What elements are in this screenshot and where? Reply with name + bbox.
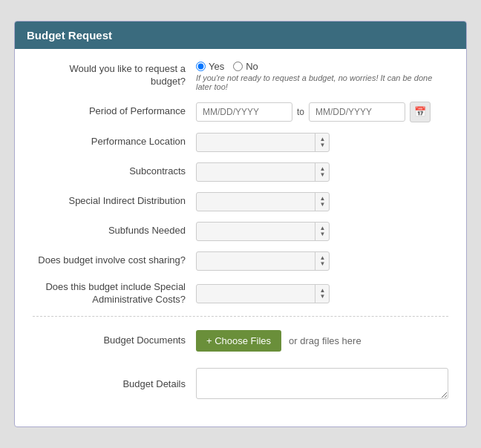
card-title: Budget Request bbox=[27, 29, 112, 42]
no-radio[interactable] bbox=[233, 62, 243, 71]
yes-label: Yes bbox=[209, 61, 224, 72]
subcontracts-select-wrapper: ▲ ▼ bbox=[196, 162, 330, 182]
budget-details-row: Budget Details bbox=[33, 368, 448, 401]
performance-location-row: Performance Location ▲ ▼ bbox=[33, 133, 448, 152]
period-of-performance-control: to 📅 bbox=[196, 102, 448, 122]
subfunds-select[interactable] bbox=[196, 222, 330, 241]
period-of-performance-label: Period of Performance bbox=[33, 105, 196, 118]
special-indirect-select[interactable] bbox=[196, 192, 330, 211]
start-date-input[interactable] bbox=[196, 102, 292, 122]
drag-text: or drag files here bbox=[289, 335, 361, 346]
budget-details-textarea[interactable] bbox=[196, 368, 448, 399]
budget-documents-row: Budget Documents + Choose Files or drag … bbox=[33, 324, 448, 358]
special-indirect-label: Special Indirect Distribution bbox=[33, 195, 196, 208]
date-range: to 📅 bbox=[196, 102, 448, 122]
special-admin-select[interactable] bbox=[196, 284, 330, 303]
end-date-input[interactable] bbox=[309, 102, 405, 122]
cost-sharing-select[interactable] bbox=[196, 251, 330, 271]
yes-radio[interactable] bbox=[196, 62, 206, 71]
special-admin-control: ▲ ▼ bbox=[196, 284, 448, 303]
subfunds-control: ▲ ▼ bbox=[196, 222, 448, 241]
card-body: Would you like to request a budget? Yes … bbox=[15, 49, 466, 427]
performance-location-label: Performance Location bbox=[33, 136, 196, 148]
budget-request-control: Yes No If you're not ready to request a … bbox=[196, 61, 448, 91]
period-of-performance-row: Period of Performance to 📅 bbox=[33, 102, 448, 122]
cost-sharing-label: Does budget involve cost sharing? bbox=[33, 254, 196, 267]
subcontracts-control: ▲ ▼ bbox=[196, 162, 448, 182]
calendar-icon[interactable]: 📅 bbox=[410, 102, 431, 122]
yes-radio-label[interactable]: Yes bbox=[196, 61, 224, 72]
budget-request-card: Budget Request Would you like to request… bbox=[14, 21, 467, 428]
budget-documents-section: Budget Documents + Choose Files or drag … bbox=[33, 316, 448, 358]
budget-details-control bbox=[196, 368, 448, 401]
special-admin-row: Does this budget include Special Adminis… bbox=[33, 281, 448, 306]
cost-sharing-row: Does budget involve cost sharing? ▲ ▼ bbox=[33, 251, 448, 271]
budget-request-radio-group: Yes No bbox=[196, 61, 448, 72]
no-label: No bbox=[246, 61, 258, 72]
budget-documents-control: + Choose Files or drag files here bbox=[196, 324, 448, 358]
budget-documents-label: Budget Documents bbox=[33, 335, 196, 347]
budget-details-label: Budget Details bbox=[33, 378, 196, 391]
special-admin-label: Does this budget include Special Adminis… bbox=[33, 281, 196, 306]
subfunds-select-wrapper: ▲ ▼ bbox=[196, 222, 330, 241]
cost-sharing-select-wrapper: ▲ ▼ bbox=[196, 251, 330, 271]
subfunds-row: Subfunds Needed ▲ ▼ bbox=[33, 222, 448, 241]
subfunds-label: Subfunds Needed bbox=[33, 225, 196, 237]
subcontracts-label: Subcontracts bbox=[33, 165, 196, 178]
special-indirect-control: ▲ ▼ bbox=[196, 192, 448, 211]
budget-request-row: Would you like to request a budget? Yes … bbox=[33, 61, 448, 91]
performance-location-control: ▲ ▼ bbox=[196, 133, 448, 152]
special-indirect-row: Special Indirect Distribution ▲ ▼ bbox=[33, 192, 448, 211]
subcontracts-select[interactable] bbox=[196, 162, 330, 182]
budget-request-label: Would you like to request a budget? bbox=[33, 63, 196, 88]
no-radio-label[interactable]: No bbox=[233, 61, 258, 72]
budget-hint-text: If you're not ready to request a budget,… bbox=[196, 73, 448, 91]
special-indirect-select-wrapper: ▲ ▼ bbox=[196, 192, 330, 211]
cost-sharing-control: ▲ ▼ bbox=[196, 251, 448, 271]
card-header: Budget Request bbox=[15, 22, 466, 49]
budget-docs-area: + Choose Files or drag files here bbox=[196, 324, 448, 358]
date-to-text: to bbox=[297, 107, 304, 117]
subcontracts-row: Subcontracts ▲ ▼ bbox=[33, 162, 448, 182]
special-admin-select-wrapper: ▲ ▼ bbox=[196, 284, 330, 303]
performance-location-select[interactable] bbox=[196, 133, 330, 152]
choose-files-label: + Choose Files bbox=[206, 335, 271, 346]
choose-files-button[interactable]: + Choose Files bbox=[196, 330, 281, 352]
performance-location-select-wrapper: ▲ ▼ bbox=[196, 133, 330, 152]
